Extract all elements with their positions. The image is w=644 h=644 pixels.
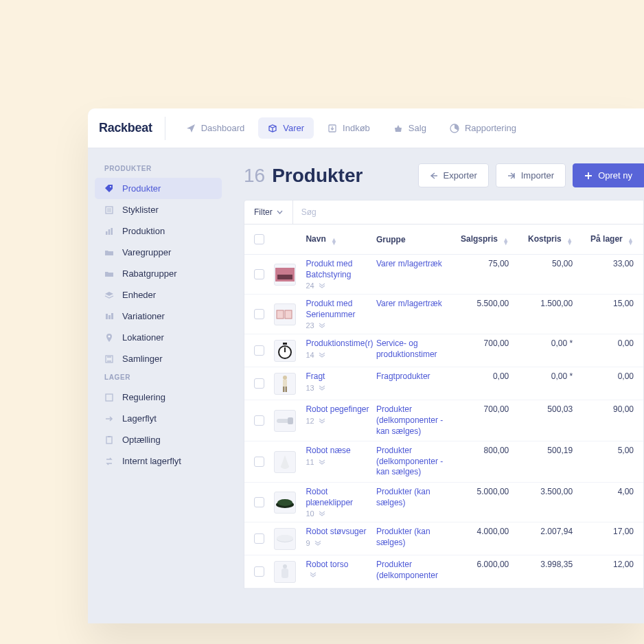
chevron-down-icon[interactable] bbox=[319, 511, 325, 516]
row-checkbox[interactable] bbox=[254, 457, 264, 467]
sidebar-item-label: Lagerflyt bbox=[122, 413, 157, 424]
product-group-link[interactable]: Varer m/lagertræk bbox=[376, 259, 442, 268]
chevron-down-icon[interactable] bbox=[319, 323, 325, 328]
row-checkbox[interactable] bbox=[254, 566, 264, 577]
sidebar-item-label: Regulering bbox=[122, 392, 165, 402]
filter-button[interactable]: Filter bbox=[244, 200, 293, 224]
stock-qty: 33,00 bbox=[573, 259, 634, 268]
nav-item-varer[interactable]: Varer bbox=[258, 117, 314, 139]
sidebar-item-regulering[interactable]: Regulering bbox=[95, 387, 222, 408]
product-name-link[interactable]: Robot plæneklipper bbox=[306, 487, 376, 508]
nav-label: Varer bbox=[283, 123, 304, 133]
nav-label: Salg bbox=[409, 123, 426, 133]
product-thumbnail bbox=[274, 492, 296, 514]
import-label: Importer bbox=[521, 170, 554, 181]
name-header[interactable]: Navn ▲▼ bbox=[306, 234, 376, 245]
folder-icon bbox=[104, 269, 114, 279]
nav-items: DashboardVarerIndkøbSalgRapportering bbox=[176, 117, 526, 139]
product-group-link[interactable]: Produkter (delkomponenter - kan sælges) bbox=[376, 404, 443, 435]
row-checkbox[interactable] bbox=[254, 309, 264, 319]
product-group-link[interactable]: Fragtprodukter bbox=[376, 371, 430, 381]
table-row: Fragt13Fragtprodukter0,000,00 *0,00 bbox=[244, 367, 643, 400]
sidebar-item-optaelling[interactable]: Optælling bbox=[95, 429, 222, 450]
chevron-down-icon[interactable] bbox=[319, 418, 325, 424]
chevron-down-icon[interactable] bbox=[319, 283, 325, 288]
chevron-down-icon[interactable] bbox=[319, 352, 325, 358]
sidebar-item-internt[interactable]: Internt lagerflyt bbox=[95, 450, 222, 472]
product-seq: 12 bbox=[306, 417, 314, 425]
sidebar-item-styklister[interactable]: Styklister bbox=[95, 199, 222, 220]
export-button[interactable]: Exporter bbox=[418, 163, 489, 187]
sidebar-item-produktion[interactable]: Produktion bbox=[95, 220, 222, 242]
svg-rect-22 bbox=[283, 380, 287, 387]
sort-icon: ▲▼ bbox=[566, 238, 573, 245]
sales-header[interactable]: Salgspris ▲▼ bbox=[449, 234, 509, 245]
search-input[interactable] bbox=[293, 200, 643, 224]
sidebar-item-varegrupper[interactable]: Varegrupper bbox=[95, 242, 222, 263]
table-row: Produktionstime(r)14Service- og produkti… bbox=[244, 334, 643, 367]
product-name-link[interactable]: Fragt bbox=[306, 371, 376, 382]
import-button[interactable]: Importer bbox=[496, 163, 566, 187]
sidebar-item-rabatgrupper[interactable]: Rabatgrupper bbox=[95, 263, 222, 284]
sidebar-item-produkter[interactable]: Produkter bbox=[95, 178, 222, 199]
table-row: Robot støvsuger9Produkter (kan sælges)4.… bbox=[244, 522, 643, 555]
row-checkbox[interactable] bbox=[254, 497, 264, 507]
sort-icon: ▲▼ bbox=[503, 238, 509, 245]
chevron-down-icon[interactable] bbox=[314, 540, 321, 546]
create-button[interactable]: Opret ny bbox=[573, 163, 644, 187]
sort-icon: ▲▼ bbox=[628, 238, 634, 245]
sales-price: 700,00 bbox=[449, 338, 509, 348]
svg-rect-4 bbox=[106, 231, 108, 235]
nav-item-rapportering[interactable]: Rapportering bbox=[440, 117, 526, 139]
sales-price: 6.000,00 bbox=[449, 560, 509, 569]
row-checkbox[interactable] bbox=[254, 269, 264, 279]
product-name-link[interactable]: Robot pegefinger bbox=[306, 404, 376, 415]
products-panel: Filter Navn ▲▼ bbox=[244, 200, 644, 589]
sidebar-item-enheder[interactable]: Enheder bbox=[95, 284, 222, 306]
chevron-down-icon[interactable] bbox=[319, 459, 325, 465]
product-group-link[interactable]: Produkter (kan sælges) bbox=[376, 487, 430, 507]
svg-rect-12 bbox=[106, 394, 113, 401]
svg-rect-32 bbox=[281, 568, 288, 578]
sidebar-item-variationer[interactable]: Variationer bbox=[95, 306, 222, 327]
product-group-link[interactable]: Produkter (kan sælges) bbox=[376, 527, 430, 547]
square-icon bbox=[104, 393, 114, 402]
row-checkbox[interactable] bbox=[254, 533, 264, 544]
product-group-link[interactable]: Service- og produktionstimer bbox=[376, 338, 437, 359]
nav-item-indkob[interactable]: Indkøb bbox=[318, 117, 380, 139]
sidebar-item-lagerflyt[interactable]: Lagerflyt bbox=[95, 408, 222, 429]
product-seq: 23 bbox=[306, 321, 314, 330]
cost-price: 3.998,35 bbox=[509, 560, 573, 569]
group-header[interactable]: Gruppe bbox=[376, 235, 449, 244]
stock-header[interactable]: På lager ▲▼ bbox=[573, 234, 634, 245]
row-checkbox[interactable] bbox=[254, 378, 264, 389]
nav-item-salg[interactable]: Salg bbox=[384, 117, 436, 139]
svg-rect-9 bbox=[111, 313, 113, 319]
basket-icon bbox=[393, 124, 403, 133]
box-icon bbox=[268, 124, 277, 133]
chevron-down-icon[interactable] bbox=[310, 572, 317, 577]
cost-header[interactable]: Kostpris ▲▼ bbox=[509, 234, 573, 245]
chevron-down-icon[interactable] bbox=[319, 385, 325, 391]
app-window: Rackbeat DashboardVarerIndkøbSalgRapport… bbox=[88, 108, 644, 623]
product-name-link[interactable]: Produkt med Serienummer bbox=[306, 299, 376, 320]
nav-item-dashboard[interactable]: Dashboard bbox=[176, 117, 255, 139]
product-name-link[interactable]: Produktionstime(r) bbox=[306, 338, 376, 349]
layers-icon bbox=[104, 290, 114, 300]
svg-rect-14 bbox=[108, 436, 111, 437]
product-group-link[interactable]: Produkter (delkomponenter bbox=[376, 560, 438, 580]
product-name-link[interactable]: Robot næse bbox=[306, 446, 376, 457]
product-name-link[interactable]: Produkt med Batchstyring bbox=[306, 259, 376, 280]
select-all-checkbox[interactable] bbox=[254, 234, 264, 244]
product-name-link[interactable]: Robot støvsuger bbox=[306, 527, 376, 538]
product-name-link[interactable]: Robot torso bbox=[306, 560, 376, 571]
cost-price: 0,00 * bbox=[509, 371, 573, 381]
sidebar-item-lokationer[interactable]: Lokationer bbox=[95, 327, 222, 348]
sidebar-item-samlinger[interactable]: Samlinger bbox=[95, 348, 222, 369]
row-checkbox[interactable] bbox=[254, 345, 264, 356]
product-group-link[interactable]: Varer m/lagertræk bbox=[376, 299, 442, 308]
product-group-link[interactable]: Produkter (delkomponenter - kan sælges) bbox=[376, 446, 443, 476]
row-checkbox[interactable] bbox=[254, 415, 264, 426]
arrow-right-icon bbox=[104, 414, 114, 424]
brand-logo: Rackbeat bbox=[99, 117, 165, 140]
